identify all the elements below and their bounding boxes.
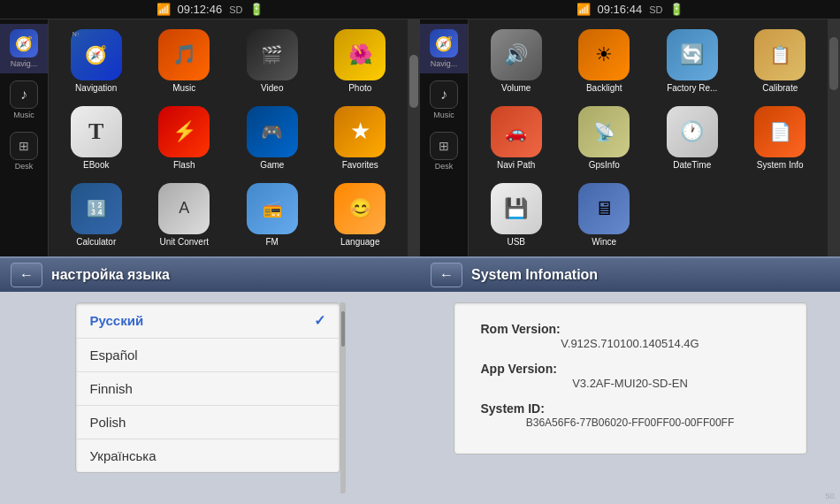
bottom-content: Русский ✓ Español Finnish Polish Українс… — [0, 292, 840, 504]
left-sidebar: 🧭 Navig... ♪ Music ⊞ Desk — [0, 19, 49, 256]
app-backlight[interactable]: ☀ Backlight — [562, 25, 647, 98]
app-fm-label: FM — [266, 237, 279, 247]
right-scrollbar[interactable] — [828, 19, 840, 256]
sysid-value: B36A56F6-77B06020-FF00FF00-00FF00FF — [481, 416, 780, 429]
top-area: 📶 09:12:46 SD 🔋 🧭 Navig... ♪ Music ⊞ Des… — [0, 0, 840, 256]
app-calibrate-label: Calibrate — [762, 83, 798, 93]
left-signal-icon: 📶 — [157, 3, 171, 16]
app-photo[interactable]: 🌺 Photo — [318, 25, 403, 98]
language-russian-label: Русский — [90, 313, 144, 328]
sidebar-music-label: Music — [13, 111, 34, 119]
language-polish-label: Polish — [90, 415, 126, 430]
left-sd-icon: SD — [229, 4, 242, 15]
language-item-polish[interactable]: Polish — [76, 406, 340, 439]
right-status-bar: 📶 09:16:44 SD 🔋 — [420, 0, 840, 19]
app-game-label: Game — [260, 160, 284, 170]
app-usb-label: USB — [507, 237, 525, 247]
app-volume[interactable]: 🔊 Volume — [474, 25, 559, 98]
app-factoryreset[interactable]: 🔄 Factory Re... — [650, 25, 735, 98]
app-unitconvert[interactable]: A Unit Convert — [142, 178, 227, 251]
left-scroll-thumb — [409, 55, 418, 108]
left-header: ← настройка языка — [0, 256, 420, 292]
right-sidebar-navig[interactable]: 🧭 Navig... — [420, 24, 468, 73]
app-video[interactable]: 🎬 50. Video — [230, 25, 315, 98]
app-systeminfo-label: System Info — [757, 160, 804, 170]
app-systeminfo[interactable]: 📄 System Info — [738, 102, 823, 175]
app-version-row: App Version: V3.2AF-MUI20-SD-EN — [481, 361, 780, 390]
sidebar-item-navig[interactable]: 🧭 Navig... — [0, 24, 48, 73]
left-content: 🧭 Navig... ♪ Music ⊞ Desk 🧭 N↑ — [0, 19, 420, 256]
rom-version-row: Rom Version: V.912S.710100.140514.4G — [481, 321, 780, 350]
left-back-button[interactable]: ← — [11, 263, 42, 287]
app-gpsinfo-label: GpsInfo — [589, 160, 620, 170]
right-panel: 📶 09:16:44 SD 🔋 🧭 Navig... ♪ Music ⊞ Des… — [420, 0, 840, 256]
left-time: 09:12:46 — [178, 3, 223, 16]
app-music-label: Music — [172, 83, 195, 93]
app-wince[interactable]: 🖥 Wince — [562, 178, 647, 251]
app-datetime[interactable]: 🕐 DateTime — [650, 102, 735, 175]
app-ebook-label: EBook — [83, 160, 109, 170]
right-sidebar-navig-label: Navig... — [431, 59, 458, 68]
right-sidebar-music-label: Music — [433, 111, 454, 119]
app-factoryreset-label: Factory Re... — [667, 83, 717, 93]
sysinfo-box: Rom Version: V.912S.710100.140514.4G App… — [454, 302, 807, 454]
app-version-label: App Version: — [481, 362, 557, 376]
right-battery-icon: 🔋 — [669, 3, 683, 16]
app-calculator[interactable]: 🔢 Calculator — [54, 178, 139, 251]
right-sidebar-music[interactable]: ♪ Music — [420, 75, 468, 125]
app-gpsinfo[interactable]: 📡 GpsInfo — [562, 102, 647, 175]
right-content: 🧭 Navig... ♪ Music ⊞ Desk 🔊 — [420, 19, 840, 256]
app-music[interactable]: 🎵 Music — [142, 25, 227, 98]
app-navipath-label: Navi Path — [497, 160, 535, 170]
sidebar-item-desk[interactable]: ⊞ Desk — [0, 126, 48, 176]
bottom-headers: ← настройка языка ← System Infomation — [0, 256, 840, 292]
app-navigation[interactable]: 🧭 N↑ Navigation — [54, 25, 139, 98]
language-finnish-label: Finnish — [90, 381, 133, 396]
left-scrollbar[interactable] — [408, 19, 420, 256]
right-apps-grid: 🔊 Volume ☀ Backlight 🔄 Factory Re... — [469, 19, 828, 256]
app-volume-label: Volume — [501, 83, 531, 93]
language-panel: Русский ✓ Español Finnish Polish Українс… — [0, 292, 420, 504]
language-item-finnish[interactable]: Finnish — [76, 372, 340, 406]
sidebar-desk-label: Desk — [15, 162, 34, 171]
sysid-row: System ID: B36A56F6-77B06020-FF00FF00-00… — [481, 401, 780, 429]
app-calculator-label: Calculator — [76, 237, 116, 247]
language-item-ukrainian[interactable]: Українська — [76, 439, 340, 472]
app-fm[interactable]: 📻 FM — [230, 178, 315, 251]
left-battery-icon: 🔋 — [249, 3, 263, 16]
app-favorites[interactable]: ★ Favorites — [318, 102, 403, 175]
right-back-arrow: ← — [439, 267, 454, 283]
right-sidebar-desk[interactable]: ⊞ Desk — [420, 126, 468, 176]
app-flash-label: Flash — [173, 160, 195, 170]
app-game[interactable]: 🎮 Game — [230, 102, 315, 175]
right-sidebar-desk-label: Desk — [435, 162, 454, 171]
sidebar-item-music[interactable]: ♪ Music — [0, 75, 48, 125]
app-language[interactable]: 😊 Language — [318, 178, 403, 251]
right-header-title: System Infomation — [471, 267, 598, 283]
language-item-spanish[interactable]: Español — [76, 339, 340, 372]
language-ukrainian-label: Українська — [90, 448, 157, 463]
rom-version-value: V.912S.710100.140514.4G — [481, 337, 780, 350]
app-version-value: V3.2AF-MUI20-SD-EN — [481, 377, 780, 390]
language-check-icon: ✓ — [314, 312, 325, 329]
app-calibrate[interactable]: 📋 Calibrate — [738, 25, 823, 98]
app-flash[interactable]: ⚡ Flash — [142, 102, 227, 175]
left-panel: 📶 09:12:46 SD 🔋 🧭 Navig... ♪ Music ⊞ Des… — [0, 0, 420, 256]
right-header: ← System Infomation — [420, 256, 840, 292]
app-usb[interactable]: 💾 USB — [474, 178, 559, 251]
app-ebook[interactable]: T EBook — [54, 102, 139, 175]
app-navipath[interactable]: 🚗 Navi Path — [474, 102, 559, 175]
app-unitconvert-label: Unit Convert — [159, 237, 209, 247]
right-sd-icon: SD — [649, 4, 662, 15]
left-status-bar: 📶 09:12:46 SD 🔋 — [0, 0, 420, 19]
left-apps-grid: 🧭 N↑ Navigation 🎵 Music 🎬 50. — [49, 19, 408, 256]
language-item-russian[interactable]: Русский ✓ — [76, 303, 340, 339]
app-datetime-label: DateTime — [673, 160, 711, 170]
app-wince-label: Wince — [592, 237, 616, 247]
left-back-arrow: ← — [19, 267, 34, 283]
language-spanish-label: Español — [90, 347, 138, 363]
left-header-title: настройка языка — [51, 267, 170, 283]
app-favorites-label: Favorites — [342, 160, 378, 170]
right-back-button[interactable]: ← — [431, 263, 462, 287]
right-signal-icon: 📶 — [577, 3, 591, 16]
